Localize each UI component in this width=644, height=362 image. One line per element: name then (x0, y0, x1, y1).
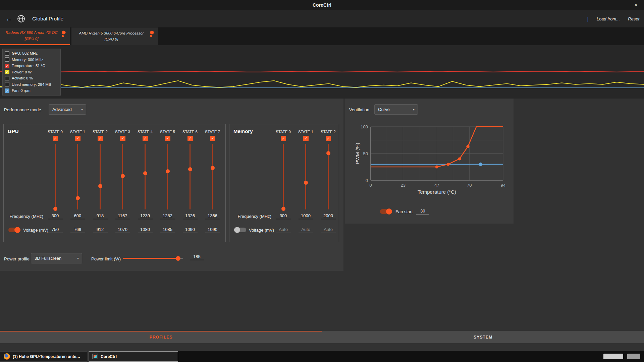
voltage-input[interactable]: 750 (48, 227, 63, 233)
legend-item[interactable]: Used memory: 294 MB (5, 81, 58, 88)
voltage-input[interactable]: 912 (93, 227, 108, 233)
legend-item[interactable]: ✓Temperature: 51 °C (5, 63, 58, 69)
state-frequency-slider[interactable] (156, 143, 179, 210)
fan-curve-point[interactable] (435, 165, 438, 168)
fan-start-point[interactable] (479, 163, 482, 166)
state-checkbox[interactable]: ✓ (98, 136, 103, 141)
voltage-input[interactable]: Auto (276, 227, 291, 233)
legend-item[interactable]: GPU: 502 MHz (5, 50, 58, 57)
state-column: STATE 3✓11671070 (111, 127, 134, 238)
power-profile-select[interactable]: 3D Fullscreen ▾ (31, 253, 82, 263)
fan-curve-point[interactable] (447, 163, 450, 166)
taskbar-corectrl-button[interactable]: CoreCtrl (89, 351, 178, 362)
state-checkbox[interactable]: ✓ (210, 136, 215, 141)
tray-indicator[interactable] (603, 354, 623, 359)
voltage-input[interactable]: 1070 (115, 227, 130, 233)
voltage-input[interactable]: Auto (321, 227, 336, 233)
state-checkbox[interactable]: ✓ (143, 136, 148, 141)
fan-start-input[interactable]: 30 (416, 208, 429, 215)
frequency-input[interactable]: 1282 (160, 213, 175, 219)
state-checkbox[interactable]: ✓ (281, 136, 286, 141)
legend-item[interactable]: Memory: 300 MHz (5, 57, 58, 63)
frequency-input[interactable]: 1366 (205, 213, 220, 219)
state-checkbox[interactable]: ✓ (303, 136, 309, 141)
slider-handle[interactable] (98, 184, 102, 188)
slider-handle[interactable] (143, 171, 147, 175)
slider-handle[interactable] (76, 196, 80, 200)
state-checkbox[interactable]: ✓ (120, 136, 125, 141)
slider-handle[interactable] (121, 174, 125, 178)
legend-checkbox[interactable]: ✓ (5, 64, 9, 68)
taskbar-firefox-button[interactable]: (1) Hohe GPU-Temperaturen unte… (0, 351, 88, 362)
tab-cpu0[interactable]: AMD Ryzen 5 3600 6-Core Processor [CPU 0… (71, 27, 158, 45)
legend-checkbox[interactable] (5, 82, 9, 86)
slider-handle[interactable] (166, 169, 170, 173)
state-checkbox[interactable]: ✓ (326, 136, 331, 141)
voltage-input[interactable]: 1085 (160, 227, 175, 233)
back-button[interactable]: ← (4, 14, 14, 23)
frequency-input[interactable]: 1167 (115, 213, 130, 219)
legend-item[interactable]: Activity: 0 % (5, 75, 58, 81)
state-frequency-slider[interactable] (317, 143, 339, 210)
slider-handle[interactable] (304, 181, 308, 185)
slider-handle[interactable] (53, 207, 57, 211)
legend-checkbox[interactable] (5, 76, 9, 80)
state-frequency-slider[interactable] (294, 143, 317, 210)
fan-curve-chart[interactable]: 050100023477094Temperature (°C)PWM (%) (355, 123, 509, 200)
voltage-input[interactable]: 769 (70, 227, 85, 233)
state-column: STATE 4✓12391080 (134, 127, 156, 238)
state-frequency-slider[interactable] (111, 143, 134, 210)
voltage-input[interactable]: 1090 (183, 227, 198, 233)
state-frequency-slider[interactable] (179, 143, 201, 210)
close-icon[interactable]: × (631, 0, 641, 10)
voltage-input[interactable]: 1080 (138, 227, 153, 233)
frequency-input[interactable]: 300 (276, 213, 291, 219)
legend-checkbox[interactable]: ✓ (5, 70, 9, 74)
state-frequency-slider[interactable] (134, 143, 156, 210)
slider-handle[interactable] (188, 167, 192, 171)
state-frequency-slider[interactable] (272, 143, 294, 210)
tab-gpu0[interactable]: Radeon RX 580 Armor 4G OC [GPU 0] (0, 27, 70, 45)
slider-handle[interactable] (211, 166, 215, 170)
fan-start-toggle[interactable] (380, 209, 392, 214)
performance-mode-select[interactable]: Advanced ▾ (49, 104, 86, 115)
tray-indicator[interactable] (627, 354, 640, 359)
state-frequency-slider[interactable] (44, 143, 66, 210)
state-frequency-slider[interactable] (66, 143, 89, 210)
legend-checkbox[interactable] (5, 57, 9, 62)
legend-item[interactable]: ✓Power: 8 W (5, 69, 58, 75)
state-checkbox[interactable]: ✓ (53, 136, 58, 141)
fan-curve-point[interactable] (458, 157, 461, 160)
state-column: STATE 5✓12821085 (156, 127, 179, 238)
legend-checkbox[interactable]: ✓ (5, 88, 9, 93)
frequency-input[interactable]: 600 (70, 213, 85, 219)
frequency-input[interactable]: 1000 (299, 213, 313, 219)
voltage-input[interactable]: Auto (299, 227, 313, 233)
power-limit-slider[interactable] (123, 256, 183, 261)
gpu-voltage-toggle[interactable] (8, 228, 20, 232)
memory-voltage-toggle[interactable] (234, 228, 246, 232)
state-checkbox[interactable]: ✓ (165, 136, 170, 141)
legend-checkbox[interactable] (5, 51, 9, 56)
ventilation-mode-select[interactable]: Curve ▾ (374, 104, 418, 115)
frequency-input[interactable]: 918 (93, 213, 108, 219)
voltage-input[interactable]: 1090 (205, 227, 220, 233)
frequency-input[interactable]: 300 (48, 213, 63, 219)
load-from-button[interactable]: Load from... (597, 16, 620, 21)
state-frequency-slider[interactable] (201, 143, 224, 210)
slider-handle[interactable] (281, 207, 285, 211)
state-checkbox[interactable]: ✓ (187, 136, 193, 141)
frequency-input[interactable]: 1326 (183, 213, 198, 219)
frequency-input[interactable]: 2000 (321, 213, 336, 219)
state-checkbox[interactable]: ✓ (75, 136, 80, 141)
nav-tab-profiles[interactable]: PROFILES (0, 331, 322, 343)
frequency-input[interactable]: 1239 (138, 213, 153, 219)
reset-button[interactable]: Reset (628, 16, 639, 21)
power-limit-handle[interactable] (176, 256, 180, 261)
slider-handle[interactable] (326, 151, 330, 155)
power-limit-input[interactable]: 185 (190, 254, 204, 260)
legend-item[interactable]: ✓Fan: 0 rpm (5, 87, 58, 94)
fan-curve-point[interactable] (466, 145, 469, 148)
state-frequency-slider[interactable] (89, 143, 111, 210)
nav-tab-system[interactable]: SYSTEM (322, 331, 644, 343)
